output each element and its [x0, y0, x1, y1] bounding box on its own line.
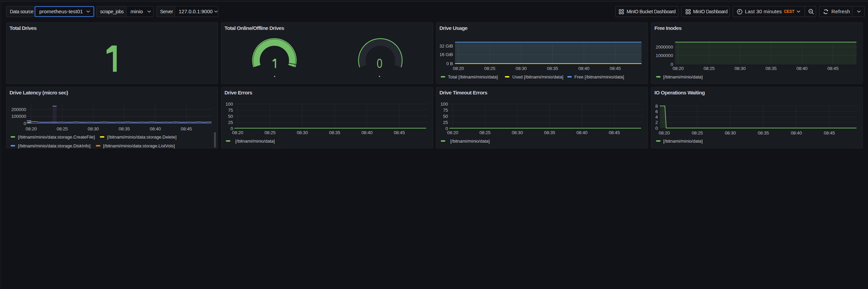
svg-text:[/bitnami/minio/data:storage.D: [/bitnami/minio/data:storage.Delete] [107, 134, 177, 140]
svg-text:2000000: 2000000 [656, 44, 673, 50]
svg-text:08:40: 08:40 [578, 66, 590, 71]
svg-text:08:35: 08:35 [758, 130, 769, 136]
svg-text:08:40: 08:40 [361, 130, 373, 135]
svg-text:08:30: 08:30 [88, 126, 99, 131]
svg-text:08:35: 08:35 [544, 130, 555, 135]
svg-text:0 B: 0 B [446, 61, 453, 66]
svg-text:08:20: 08:20 [232, 130, 243, 135]
svg-text:[/bitnami/minio/data]: [/bitnami/minio/data] [663, 74, 703, 79]
svg-text:08:30: 08:30 [725, 130, 736, 136]
svg-text:25: 25 [228, 120, 233, 125]
svg-text:08:30: 08:30 [734, 66, 746, 71]
svg-text:08:25: 08:25 [704, 66, 715, 71]
svg-text:08:25: 08:25 [57, 126, 68, 131]
svg-text:200000: 200000 [11, 107, 26, 112]
svg-text:08:20: 08:20 [447, 130, 458, 135]
svg-text:100: 100 [440, 102, 448, 107]
svg-text:0: 0 [24, 121, 26, 126]
svg-text:08:45: 08:45 [610, 66, 621, 71]
svg-text:4: 4 [655, 114, 658, 120]
svg-text:08:40: 08:40 [796, 66, 808, 71]
svg-text:08:20: 08:20 [659, 130, 670, 136]
svg-text:08:25: 08:25 [479, 130, 491, 135]
svg-text:50: 50 [443, 114, 448, 119]
svg-text:[/bitnami/minio/data]: [/bitnami/minio/data] [235, 139, 275, 144]
svg-text:08:35: 08:35 [766, 66, 777, 71]
svg-text:[/bitnami/minio/data:storage.D: [/bitnami/minio/data:storage.DiskInfo] [18, 143, 91, 148]
svg-text:75: 75 [228, 108, 233, 113]
svg-text:16 GiB: 16 GiB [439, 52, 453, 57]
svg-text:08:45: 08:45 [609, 130, 620, 135]
svg-text:08:30: 08:30 [516, 66, 527, 71]
svg-text:08:45: 08:45 [827, 66, 839, 71]
svg-text:100: 100 [225, 102, 233, 107]
svg-text:08:40: 08:40 [576, 130, 588, 135]
svg-text:08:20: 08:20 [453, 66, 464, 71]
svg-text:Used [/bitnami/minio/data]: Used [/bitnami/minio/data] [512, 74, 563, 79]
svg-text:08:40: 08:40 [150, 126, 161, 131]
svg-text:[/bitnami/minio/data]: [/bitnami/minio/data] [663, 139, 703, 144]
svg-text:[/bitnami/minio/data:storage.L: [/bitnami/minio/data:storage.ListVols] [103, 143, 175, 148]
svg-text:08:45: 08:45 [394, 130, 405, 135]
svg-text:08:45: 08:45 [824, 130, 835, 136]
svg-text:08:25: 08:25 [484, 66, 495, 71]
svg-text:2: 2 [655, 120, 658, 125]
svg-text:75: 75 [443, 108, 448, 113]
svg-text:08:25: 08:25 [264, 130, 276, 135]
svg-text:[/bitnami/minio/data]: [/bitnami/minio/data] [450, 139, 490, 144]
svg-text:08:30: 08:30 [297, 130, 308, 135]
svg-text:25: 25 [443, 120, 448, 125]
svg-text:6: 6 [655, 109, 658, 114]
svg-text:100000: 100000 [11, 114, 26, 119]
svg-text:50: 50 [228, 114, 233, 119]
svg-text:32 GiB: 32 GiB [439, 43, 453, 49]
svg-text:0: 0 [377, 56, 382, 71]
svg-text:08:40: 08:40 [791, 130, 802, 136]
svg-text:08:20: 08:20 [26, 126, 37, 131]
svg-text:08:45: 08:45 [181, 126, 192, 131]
svg-text:Total [/bitnami/minio/data]: Total [/bitnami/minio/data] [448, 74, 498, 79]
svg-text:1000000: 1000000 [656, 53, 673, 58]
svg-text:08:35: 08:35 [329, 130, 340, 135]
svg-text:[/bitnami/minio/data:storage.C: [/bitnami/minio/data:storage.CreateFile] [18, 134, 95, 140]
svg-text:Free [/bitnami/minio/data]: Free [/bitnami/minio/data] [574, 74, 624, 79]
svg-text:08:25: 08:25 [692, 130, 703, 136]
svg-text:08:35: 08:35 [119, 126, 130, 131]
svg-text:08:20: 08:20 [673, 66, 684, 71]
svg-text:8: 8 [655, 104, 658, 109]
svg-text:0: 0 [655, 126, 658, 131]
svg-text:08:35: 08:35 [547, 66, 558, 71]
svg-text:08:30: 08:30 [512, 130, 523, 135]
